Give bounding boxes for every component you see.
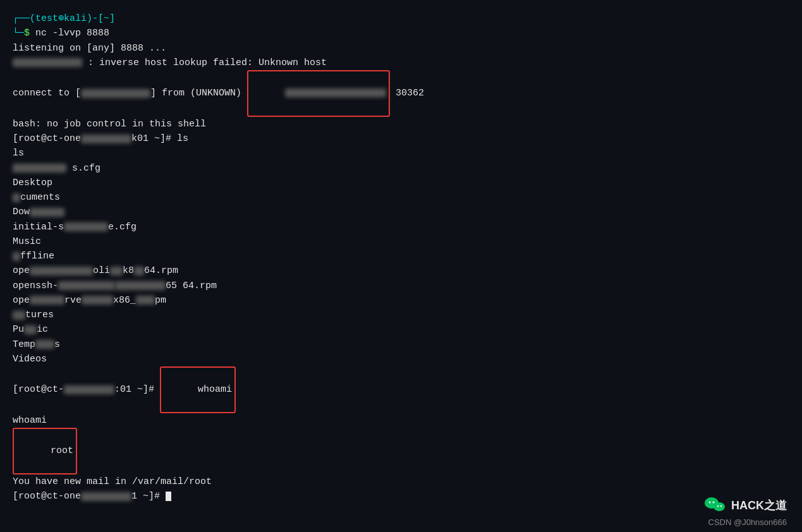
terminal-line-7: [root@ct-one k01 ~]# ls xyxy=(13,131,789,146)
terminal-line-18: ope rve x86_ pm xyxy=(13,293,789,308)
blurred-rpm-1a xyxy=(30,267,93,275)
brand-label: HACK之道 xyxy=(731,498,787,513)
blurred-hostname-3 xyxy=(81,492,131,501)
blurred-char-6 xyxy=(35,340,54,349)
terminal-line-20: Pu ic xyxy=(13,322,789,337)
svg-point-1 xyxy=(714,502,725,511)
terminal-line-23: [root@ct- :01 ~]# whoami xyxy=(13,366,789,413)
terminal-line-8: ls xyxy=(13,146,789,160)
terminal-line-10: Desktop xyxy=(13,176,789,190)
svg-point-5 xyxy=(720,505,722,507)
terminal-line-22: Videos xyxy=(13,352,789,366)
terminal-line-12: Dow xyxy=(13,205,789,219)
terminal-window: ┌──(test⊕kali)-[~] └─$ nc -lvvp 8888 lis… xyxy=(0,0,802,532)
terminal-line-2: └─$ nc -lvvp 8888 xyxy=(13,26,789,40)
svg-point-3 xyxy=(713,502,715,504)
terminal-line-15: ffline xyxy=(13,249,789,263)
terminal-line-26: You have new mail in /var/mail/root xyxy=(13,475,789,489)
blurred-rpm-2b xyxy=(115,281,166,290)
blurred-char-3 xyxy=(13,252,20,261)
terminal-line-5: connect to [ ] from (UNKNOWN) 30362 xyxy=(13,70,789,117)
terminal-line-9: s.cfg xyxy=(13,161,789,176)
terminal-line-11: cuments xyxy=(13,190,789,205)
csdn-label: CSDN @J0hnson666 xyxy=(708,517,787,527)
svg-point-2 xyxy=(709,502,711,504)
terminal-line-16: ope oli k8 64.rpm xyxy=(13,263,789,278)
terminal-line-25: root xyxy=(13,428,789,475)
terminal-line-14: Music xyxy=(13,234,789,249)
blurred-hostname-2 xyxy=(64,385,114,394)
terminal-line-13: initial-s e.cfg xyxy=(13,220,789,234)
terminal-line-19: tures xyxy=(13,308,789,322)
blurred-file-1 xyxy=(13,164,66,172)
blurred-rpm-1c xyxy=(134,267,144,275)
blurred-rpm-3b xyxy=(82,296,113,305)
terminal-cursor xyxy=(166,492,171,501)
blurred-rpm-1b xyxy=(110,267,123,275)
blurred-rpm-3c xyxy=(136,296,155,305)
red-highlight-whoami: whoami xyxy=(160,366,236,413)
blurred-ip-3 xyxy=(285,88,386,97)
blurred-char-2 xyxy=(30,208,64,217)
terminal-line-27: [root@ct-one 1 ~]# xyxy=(13,489,789,504)
terminal-line-4: : inverse host lookup failed: Unknown ho… xyxy=(13,56,789,70)
red-highlight-ip xyxy=(247,70,390,117)
terminal-line-17: openssh- 65 64.rpm xyxy=(13,279,789,293)
watermark: HACK之道 xyxy=(703,494,787,517)
blurred-rpm-2a xyxy=(58,281,115,290)
svg-point-4 xyxy=(717,505,719,507)
blurred-char-4 xyxy=(13,311,25,320)
blurred-ip-1 xyxy=(13,58,82,67)
blurred-file-2 xyxy=(64,222,108,231)
red-highlight-root: root xyxy=(13,428,77,475)
blurred-rpm-3a xyxy=(30,296,64,305)
blurred-hostname-1 xyxy=(81,135,131,143)
terminal-line-6: bash: no job control in this shell xyxy=(13,117,789,131)
terminal-line-24: whoami xyxy=(13,413,789,428)
terminal-line-1: ┌──(test⊕kali)-[~] xyxy=(13,11,789,26)
blurred-char-5 xyxy=(24,325,37,334)
terminal-line-21: Temp s xyxy=(13,337,789,352)
blurred-ip-2 xyxy=(81,89,150,98)
blurred-char-1 xyxy=(13,193,20,202)
terminal-line-3: listening on [any] 8888 ... xyxy=(13,41,789,56)
wechat-icon xyxy=(703,494,726,517)
